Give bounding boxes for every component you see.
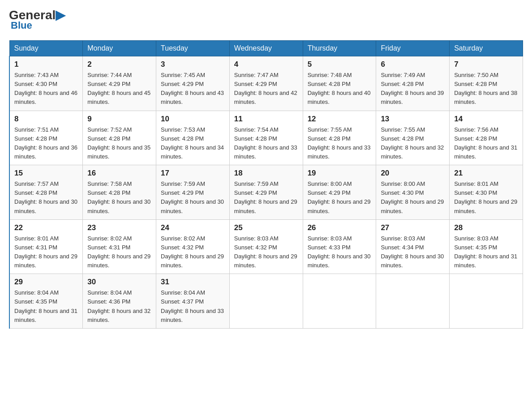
day-number: 10: [161, 115, 225, 124]
day-number: 28: [454, 223, 518, 232]
day-number: 19: [308, 169, 372, 178]
day-info: Sunrise: 8:03 AMSunset: 4:33 PMDaylight:…: [308, 235, 371, 269]
calendar-cell: 7 Sunrise: 7:50 AMSunset: 4:28 PMDayligh…: [450, 56, 523, 111]
calendar-cell: 28 Sunrise: 8:03 AMSunset: 4:35 PMDaylig…: [450, 219, 523, 274]
day-info: Sunrise: 7:53 AMSunset: 4:28 PMDaylight:…: [161, 126, 224, 160]
day-info: Sunrise: 7:55 AMSunset: 4:28 PMDaylight:…: [381, 126, 444, 160]
day-info: Sunrise: 7:58 AMSunset: 4:28 PMDaylight:…: [87, 180, 150, 214]
day-info: Sunrise: 7:45 AMSunset: 4:29 PMDaylight:…: [161, 72, 224, 105]
calendar-cell: 19 Sunrise: 8:00 AMSunset: 4:29 PMDaylig…: [303, 165, 376, 220]
day-info: Sunrise: 7:43 AMSunset: 4:30 PMDaylight:…: [14, 72, 77, 105]
day-number: 3: [161, 60, 225, 69]
calendar-cell: [229, 274, 303, 329]
calendar-table: SundayMondayTuesdayWednesdayThursdayFrid…: [9, 40, 523, 329]
calendar-week-2: 8 Sunrise: 7:51 AMSunset: 4:28 PMDayligh…: [9, 111, 523, 165]
day-number: 23: [87, 223, 151, 232]
col-header-sunday: Sunday: [9, 41, 83, 56]
day-number: 18: [234, 169, 298, 178]
day-number: 21: [454, 169, 518, 178]
calendar-cell: 8 Sunrise: 7:51 AMSunset: 4:28 PMDayligh…: [9, 111, 83, 165]
day-info: Sunrise: 7:55 AMSunset: 4:28 PMDaylight:…: [308, 126, 371, 160]
day-number: 24: [161, 223, 225, 232]
day-number: 6: [381, 60, 445, 69]
day-number: 31: [161, 278, 225, 287]
day-info: Sunrise: 7:47 AMSunset: 4:29 PMDaylight:…: [234, 72, 297, 105]
day-info: Sunrise: 7:51 AMSunset: 4:28 PMDaylight:…: [14, 126, 77, 160]
day-info: Sunrise: 8:04 AMSunset: 4:37 PMDaylight:…: [161, 289, 224, 323]
calendar-cell: 2 Sunrise: 7:44 AMSunset: 4:29 PMDayligh…: [83, 56, 156, 111]
logo-blue-text: Blue: [11, 20, 32, 31]
calendar-cell: 24 Sunrise: 8:02 AMSunset: 4:32 PMDaylig…: [156, 219, 230, 274]
calendar-cell: 23 Sunrise: 8:02 AMSunset: 4:31 PMDaylig…: [83, 219, 156, 274]
day-number: 9: [87, 115, 151, 124]
day-info: Sunrise: 8:02 AMSunset: 4:32 PMDaylight:…: [161, 235, 224, 269]
day-number: 4: [234, 60, 298, 69]
calendar-cell: 26 Sunrise: 8:03 AMSunset: 4:33 PMDaylig…: [303, 219, 376, 274]
calendar-cell: 15 Sunrise: 7:57 AMSunset: 4:28 PMDaylig…: [9, 165, 83, 220]
day-info: Sunrise: 8:03 AMSunset: 4:34 PMDaylight:…: [381, 235, 444, 269]
day-info: Sunrise: 7:56 AMSunset: 4:28 PMDaylight:…: [454, 126, 517, 160]
day-number: 25: [234, 223, 298, 232]
calendar-cell: [376, 274, 450, 329]
day-info: Sunrise: 8:04 AMSunset: 4:36 PMDaylight:…: [87, 289, 150, 323]
day-info: Sunrise: 7:57 AMSunset: 4:28 PMDaylight:…: [14, 180, 77, 214]
calendar-cell: 27 Sunrise: 8:03 AMSunset: 4:34 PMDaylig…: [376, 219, 450, 274]
col-header-monday: Monday: [83, 41, 156, 56]
day-info: Sunrise: 8:01 AMSunset: 4:30 PMDaylight:…: [454, 180, 517, 214]
day-info: Sunrise: 7:50 AMSunset: 4:28 PMDaylight:…: [454, 72, 517, 105]
calendar-cell: 14 Sunrise: 7:56 AMSunset: 4:28 PMDaylig…: [450, 111, 523, 165]
calendar-cell: 12 Sunrise: 7:55 AMSunset: 4:28 PMDaylig…: [303, 111, 376, 165]
day-number: 12: [308, 115, 372, 124]
day-number: 22: [14, 223, 78, 232]
day-number: 26: [308, 223, 372, 232]
day-info: Sunrise: 8:00 AMSunset: 4:30 PMDaylight:…: [381, 180, 444, 214]
day-info: Sunrise: 7:44 AMSunset: 4:29 PMDaylight:…: [87, 72, 150, 105]
day-number: 27: [381, 223, 445, 232]
day-number: 11: [234, 115, 298, 124]
calendar-cell: 1 Sunrise: 7:43 AMSunset: 4:30 PMDayligh…: [9, 56, 83, 111]
day-number: 2: [87, 60, 151, 69]
col-header-saturday: Saturday: [450, 41, 523, 56]
calendar-cell: 10 Sunrise: 7:53 AMSunset: 4:28 PMDaylig…: [156, 111, 230, 165]
calendar-cell: 31 Sunrise: 8:04 AMSunset: 4:37 PMDaylig…: [156, 274, 230, 329]
calendar-cell: 5 Sunrise: 7:48 AMSunset: 4:28 PMDayligh…: [303, 56, 376, 111]
calendar-cell: 29 Sunrise: 8:04 AMSunset: 4:35 PMDaylig…: [9, 274, 83, 329]
calendar-cell: 22 Sunrise: 8:01 AMSunset: 4:31 PMDaylig…: [9, 219, 83, 274]
col-header-wednesday: Wednesday: [229, 41, 303, 56]
logo: General▶ Blue: [9, 9, 65, 31]
day-number: 5: [308, 60, 372, 69]
calendar-cell: 17 Sunrise: 7:59 AMSunset: 4:29 PMDaylig…: [156, 165, 230, 220]
day-number: 14: [454, 115, 518, 124]
calendar-cell: 6 Sunrise: 7:49 AMSunset: 4:28 PMDayligh…: [376, 56, 450, 111]
day-info: Sunrise: 7:59 AMSunset: 4:29 PMDaylight:…: [234, 180, 297, 214]
day-info: Sunrise: 7:48 AMSunset: 4:28 PMDaylight:…: [308, 72, 371, 105]
day-number: 13: [381, 115, 445, 124]
day-info: Sunrise: 7:54 AMSunset: 4:28 PMDaylight:…: [234, 126, 297, 160]
calendar-cell: 30 Sunrise: 8:04 AMSunset: 4:36 PMDaylig…: [83, 274, 156, 329]
calendar-cell: 4 Sunrise: 7:47 AMSunset: 4:29 PMDayligh…: [229, 56, 303, 111]
col-header-thursday: Thursday: [303, 41, 376, 56]
day-info: Sunrise: 8:04 AMSunset: 4:35 PMDaylight:…: [14, 289, 77, 323]
day-number: 29: [14, 278, 78, 287]
calendar-week-1: 1 Sunrise: 7:43 AMSunset: 4:30 PMDayligh…: [9, 56, 523, 111]
day-number: 8: [14, 115, 78, 124]
calendar-cell: 11 Sunrise: 7:54 AMSunset: 4:28 PMDaylig…: [229, 111, 303, 165]
calendar-week-5: 29 Sunrise: 8:04 AMSunset: 4:35 PMDaylig…: [9, 274, 523, 329]
calendar-cell: 20 Sunrise: 8:00 AMSunset: 4:30 PMDaylig…: [376, 165, 450, 220]
calendar-header-row: SundayMondayTuesdayWednesdayThursdayFrid…: [9, 41, 523, 56]
day-info: Sunrise: 8:00 AMSunset: 4:29 PMDaylight:…: [308, 180, 371, 214]
day-info: Sunrise: 8:02 AMSunset: 4:31 PMDaylight:…: [87, 235, 150, 269]
page-header: General▶ Blue: [9, 9, 523, 31]
day-number: 17: [161, 169, 225, 178]
day-info: Sunrise: 7:49 AMSunset: 4:28 PMDaylight:…: [381, 72, 444, 105]
day-number: 1: [14, 60, 78, 69]
calendar-cell: 18 Sunrise: 7:59 AMSunset: 4:29 PMDaylig…: [229, 165, 303, 220]
day-number: 7: [454, 60, 518, 69]
day-info: Sunrise: 7:52 AMSunset: 4:28 PMDaylight:…: [87, 126, 150, 160]
calendar-cell: 25 Sunrise: 8:03 AMSunset: 4:32 PMDaylig…: [229, 219, 303, 274]
calendar-cell: 16 Sunrise: 7:58 AMSunset: 4:28 PMDaylig…: [83, 165, 156, 220]
col-header-tuesday: Tuesday: [156, 41, 230, 56]
calendar-week-4: 22 Sunrise: 8:01 AMSunset: 4:31 PMDaylig…: [9, 219, 523, 274]
day-info: Sunrise: 7:59 AMSunset: 4:29 PMDaylight:…: [161, 180, 224, 214]
calendar-cell: [450, 274, 523, 329]
